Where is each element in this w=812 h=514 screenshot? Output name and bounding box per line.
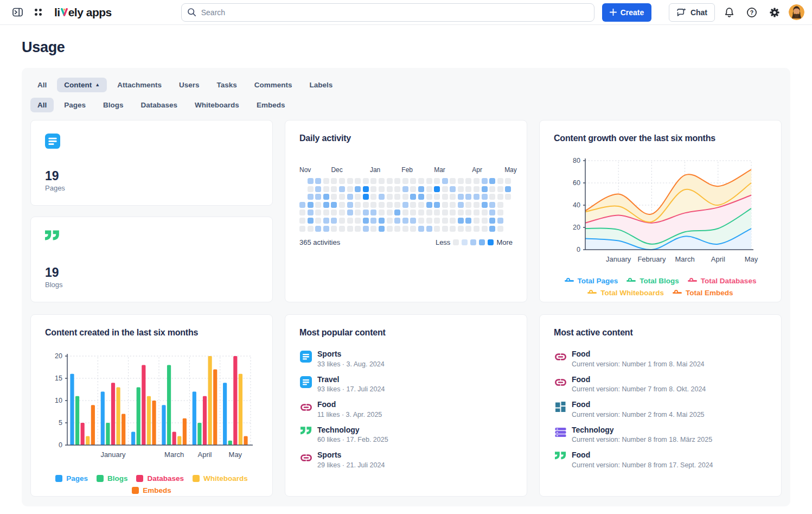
heatmap-cell [426,210,432,215]
heatmap-cell [355,178,361,184]
daily-activity-card: Daily activity NovDecJanFebMarAprMay 365… [285,120,527,302]
subtab-all[interactable]: All [30,98,54,112]
content-title: Food [572,400,705,410]
chat-button[interactable]: Chat [669,3,715,22]
heatmap-cell [370,226,376,232]
heatmap-cell [434,218,440,224]
content-created-chart: 05101520JanuaryMarchAprilMay [45,347,258,471]
help-icon[interactable]: ? [743,4,760,21]
primary-tabs: AllContent▲AttachmentsUsersTasksComments… [30,78,782,92]
heatmap-cell [339,218,345,224]
heatmap-cell [363,218,369,224]
user-avatar[interactable] [789,4,804,20]
svg-text:40: 40 [573,201,580,209]
heatmap-cell [347,202,353,208]
legend-item: Pages [55,474,88,483]
heatmap-cell [482,186,488,192]
page-icon [299,350,312,363]
heatmap-cell [315,178,321,184]
heatmap-cell [497,186,503,192]
search-input[interactable] [181,3,594,22]
heatmap-cell [426,226,432,232]
popular-item[interactable]: Food11 likes · 3. Apr. 2025 [299,400,513,418]
popular-item[interactable]: Travel93 likes · 17. Juli 2024 [299,375,513,394]
tab-attachments[interactable]: Attachments [110,78,169,92]
tab-content[interactable]: Content▲ [57,78,107,92]
heatmap-cell [442,178,448,184]
subtab-whiteboards[interactable]: Whiteboards [188,98,246,112]
svg-text:?: ? [750,9,753,16]
heatmap-cell [505,186,511,192]
heatmap-cell [418,194,424,200]
heatmap-cell [323,186,329,192]
subtab-databases[interactable]: Databases [134,98,185,112]
heatmap-cell [299,210,305,215]
popular-item[interactable]: Sports29 likes · 21. Juli 2024 [299,450,513,469]
heatmap-cell [355,202,361,208]
heatmap-cell [489,194,495,200]
heatmap-month-label: Mar [434,166,445,174]
legend-item: Databases [136,474,184,483]
heatmap-cell [394,226,400,232]
create-button[interactable]: Create [602,3,652,22]
tab-labels[interactable]: Labels [303,78,340,92]
active-item[interactable]: FoodCurrent version: Number 2 from 4. Ma… [554,400,767,418]
tab-all[interactable]: All [30,78,54,92]
content-title: Food [317,400,382,410]
heatmap-cell [418,202,424,208]
heatmap-cell [394,202,400,208]
subtab-blogs[interactable]: Blogs [96,98,131,112]
heatmap-cell [370,218,376,224]
popular-item[interactable]: Technology60 likes · 17. Feb. 2025 [299,426,513,444]
heatmap-cell [458,218,464,224]
heatmap-cell [465,218,471,224]
heatmap-cell [339,194,345,200]
tab-users[interactable]: Users [172,78,207,92]
app-switcher-icon[interactable] [29,4,47,21]
heatmap-cell [442,202,448,208]
tab-comments[interactable]: Comments [247,78,299,92]
chat-icon [676,8,686,17]
heatmap-cell [497,226,503,232]
heatmap-cell [308,178,314,184]
heatmap-cell [482,194,488,200]
card-title: Daily activity [299,134,513,143]
content-meta: Current version: Number 7 from 8. Okt. 2… [572,385,706,393]
heatmap-cell [434,194,440,200]
heatmap-cell [482,226,488,232]
heatmap-cell [434,202,440,208]
embed-icon [554,350,567,363]
content-title: Food [572,375,706,385]
app-logo[interactable]: liely apps [54,6,112,19]
secondary-tabs: AllPagesBlogsDatabasesWhiteboardsEmbeds [30,98,782,112]
subtab-pages[interactable]: Pages [57,98,93,112]
active-item[interactable]: FoodCurrent version: Number 8 from 17. S… [554,450,767,469]
tab-tasks[interactable]: Tasks [209,78,244,92]
page-icon [45,134,258,151]
settings-gear-icon[interactable] [766,4,783,21]
heatmap-cell [315,186,321,192]
heatmap-cell [308,202,314,208]
active-item[interactable]: FoodCurrent version: Number 1 from 8. Ma… [554,350,767,368]
heatmap-cell [465,226,471,232]
active-item[interactable]: TechnologyCurrent version: Number 8 from… [554,426,767,444]
heatmap-cell [482,202,488,208]
heatmap-cell [363,186,369,192]
heatmap-cell [402,210,408,215]
sidebar-toggle-icon[interactable] [9,4,26,21]
content-meta: 11 likes · 3. Apr. 2025 [317,411,382,418]
most-popular-card: Most popular content Sports33 likes · 3.… [285,314,527,497]
heatmap-cell [339,202,345,208]
heatmap-cell [458,210,464,215]
subtab-embeds[interactable]: Embeds [250,98,292,112]
heatmap-cell [379,194,385,200]
heatmap-cell [323,178,329,184]
heatmap-cell [426,202,432,208]
heatmap-cell [450,194,456,200]
active-item[interactable]: FoodCurrent version: Number 7 from 8. Ok… [554,375,767,394]
svg-text:80: 80 [573,157,580,164]
popular-item[interactable]: Sports33 likes · 3. Aug. 2024 [299,350,513,368]
heatmap-cell [323,218,329,224]
content-title: Technology [317,426,388,435]
notifications-bell-icon[interactable] [720,4,738,21]
